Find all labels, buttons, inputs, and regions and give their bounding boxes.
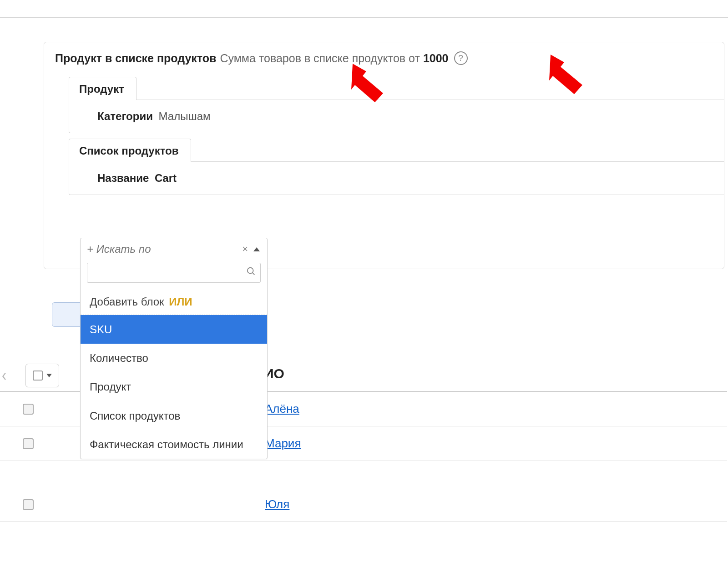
top-divider <box>0 17 728 18</box>
checkbox-icon <box>33 371 43 381</box>
list-field-value: Cart <box>155 172 177 184</box>
section-product-list-body: Название Cart <box>69 161 724 195</box>
section-product-body: Категории Малышам <box>69 100 724 133</box>
search-by-option-actual-line-cost[interactable]: Фактическая стоимость линии <box>81 430 267 459</box>
add-or-block[interactable]: Добавить блок ИЛИ <box>81 289 267 315</box>
row-name-link[interactable]: Юля <box>265 497 289 511</box>
svg-point-0 <box>248 268 253 274</box>
search-by-option-product[interactable]: Продукт <box>81 372 267 401</box>
row-checkbox[interactable] <box>23 438 34 449</box>
search-by-option-quantity[interactable]: Количество <box>81 344 267 372</box>
row-checkbox[interactable] <box>23 499 34 510</box>
filter-title-mid: Сумма товаров в списке продуктов от <box>220 52 420 65</box>
select-all-dropdown[interactable] <box>25 364 59 387</box>
help-icon[interactable]: ? <box>454 51 468 65</box>
table-row: Юля <box>0 487 727 522</box>
search-input[interactable] <box>87 263 261 283</box>
add-or-word: ИЛИ <box>169 296 192 308</box>
filter-card: Продукт в списке продуктов Сумма товаров… <box>44 42 724 269</box>
search-icon[interactable] <box>246 266 256 279</box>
search-by-options: SKU Количество Продукт Список продуктов … <box>81 315 267 459</box>
search-by-header[interactable]: + Искать по × <box>81 238 267 260</box>
row-name-link[interactable]: Мария <box>265 436 301 451</box>
caret-up-icon[interactable] <box>253 247 260 251</box>
search-by-option-sku[interactable]: SKU <box>81 315 267 344</box>
search-by-placeholder: + Искать по <box>87 243 239 255</box>
list-field-label: Название <box>97 172 149 184</box>
section-product: Продукт Категории Малышам <box>69 77 724 133</box>
caret-down-icon <box>46 374 52 377</box>
search-by-dropdown: + Искать по × Добавить блок ИЛИ SKU Коли… <box>80 238 268 459</box>
add-or-prefix: Добавить блок <box>90 296 164 308</box>
tab-product[interactable]: Продукт <box>69 77 136 100</box>
svg-line-1 <box>253 273 255 275</box>
chevron-left-icon[interactable]: ‹ <box>2 366 6 385</box>
product-field-value: Малышам <box>159 110 211 122</box>
tab-product-list[interactable]: Список продуктов <box>69 139 191 162</box>
row-checkbox[interactable] <box>23 404 34 415</box>
filter-title-amount: 1000 <box>423 52 449 65</box>
filter-title: Продукт в списке продуктов Сумма товаров… <box>55 51 713 65</box>
clear-icon[interactable]: × <box>239 243 251 255</box>
row-name-link[interactable]: Алёна <box>265 402 299 416</box>
search-by-option-product-list[interactable]: Список продуктов <box>81 401 267 430</box>
filter-title-prefix: Продукт в списке продуктов <box>55 52 216 65</box>
section-product-list: Список продуктов Название Cart <box>69 139 724 195</box>
product-field-label: Категории <box>97 110 153 122</box>
